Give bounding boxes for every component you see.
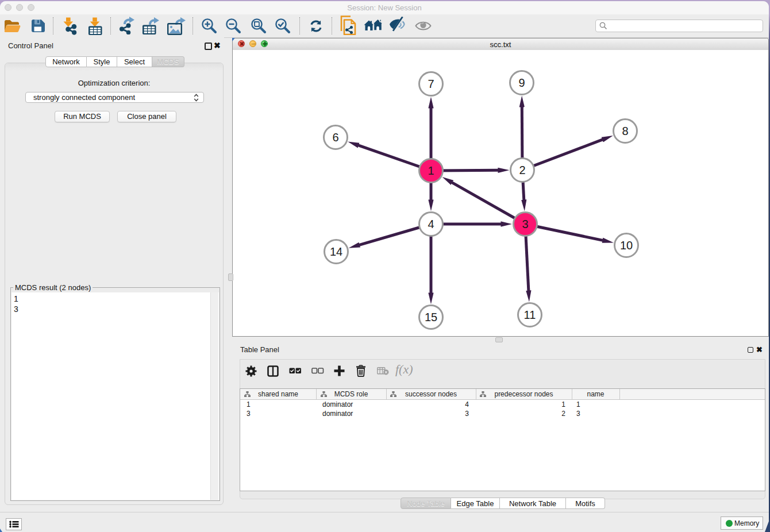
svg-text:2: 2 — [519, 164, 525, 176]
svg-text:10: 10 — [620, 239, 633, 252]
svg-text:14: 14 — [330, 245, 342, 258]
svg-text:7: 7 — [428, 78, 434, 90]
svg-text:8: 8 — [622, 125, 628, 137]
svg-text:11: 11 — [524, 309, 536, 321]
svg-text:6: 6 — [332, 131, 338, 144]
svg-text:1: 1 — [428, 164, 434, 177]
svg-text:4: 4 — [428, 218, 434, 230]
svg-text:9: 9 — [518, 76, 525, 89]
svg-text:15: 15 — [425, 311, 437, 323]
svg-text:3: 3 — [522, 218, 528, 230]
